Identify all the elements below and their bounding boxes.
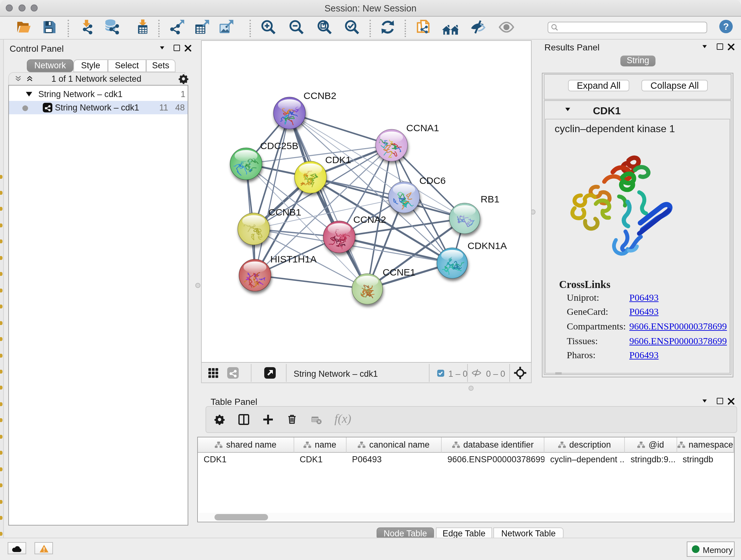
- svg-text:CCNA2: CCNA2: [353, 213, 386, 225]
- svg-text:CCNE1: CCNE1: [383, 266, 415, 277]
- svg-text:CDK1: CDK1: [325, 154, 351, 165]
- svg-text:CCNB2: CCNB2: [304, 90, 336, 101]
- svg-text:?: ?: [723, 21, 729, 31]
- svg-text:CCNA1: CCNA1: [406, 122, 439, 133]
- svg-text:CDC6: CDC6: [419, 175, 446, 186]
- svg-text:RB1: RB1: [481, 193, 499, 204]
- svg-text:CCNB1: CCNB1: [268, 206, 301, 217]
- svg-text:CDC25B: CDC25B: [260, 140, 298, 151]
- svg-text:HIST1H1A: HIST1H1A: [270, 253, 317, 264]
- svg-text:CDKN1A: CDKN1A: [468, 240, 507, 251]
